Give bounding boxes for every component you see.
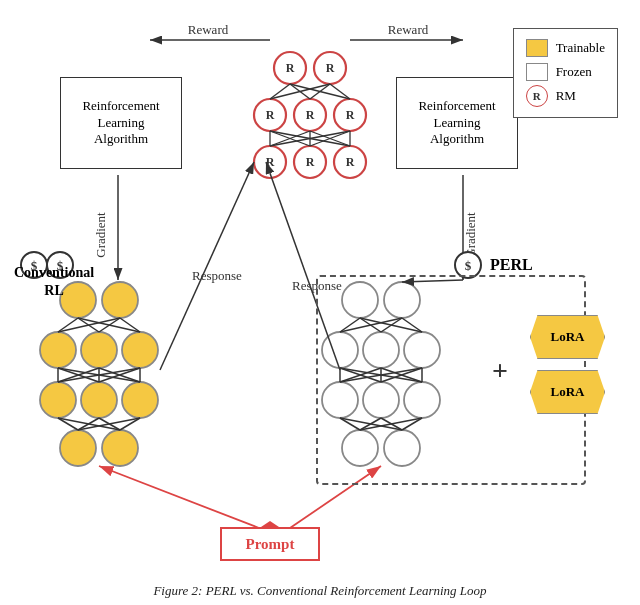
svg-point-35 [40, 332, 76, 368]
legend-trainable-label: Trainable [556, 37, 605, 59]
svg-text:R: R [306, 108, 315, 122]
svg-text:Reward: Reward [188, 22, 229, 37]
svg-point-41 [60, 430, 96, 466]
caption-text: Figure 2: PERL vs. Conventional Reinforc… [153, 583, 486, 598]
svg-text:R: R [306, 155, 315, 169]
legend-frozen: Frozen [526, 61, 605, 83]
legend-rm-icon: R [526, 85, 548, 107]
perl-text: PERL [490, 256, 533, 273]
left-rl-box: Reinforcement Learning Algorithm [60, 77, 182, 169]
right-rl-label: Reinforcement Learning Algorithm [418, 98, 495, 149]
legend-trainable-icon [526, 39, 548, 57]
legend-rm: R RM [526, 85, 605, 107]
legend-frozen-label: Frozen [556, 61, 592, 83]
svg-point-38 [40, 382, 76, 418]
conventional-rl-label: ConventionalRL [14, 264, 94, 300]
legend-rm-label: RM [556, 85, 576, 107]
prompt-text: Prompt [246, 536, 295, 553]
legend-frozen-icon [526, 63, 548, 81]
legend: Trainable Frozen R RM [513, 28, 618, 118]
svg-text:Gradient: Gradient [93, 212, 108, 258]
conv-rl-text: ConventionalRL [14, 265, 94, 298]
diagram-container: R R R R R R R R [0, 0, 640, 605]
lora1-text: LoRA [551, 329, 585, 345]
svg-point-34 [102, 282, 138, 318]
perl-label: PERL [490, 256, 533, 274]
left-rl-label: Reinforcement Learning Algorithm [82, 98, 159, 149]
svg-text:Response: Response [192, 268, 242, 283]
svg-text:R: R [346, 155, 355, 169]
svg-text:Reward: Reward [388, 22, 429, 37]
lora-box-1: LoRA [530, 315, 605, 359]
lora2-text: LoRA [551, 384, 585, 400]
svg-point-37 [122, 332, 158, 368]
svg-line-100 [160, 162, 254, 370]
figure-caption: Figure 2: PERL vs. Conventional Reinforc… [153, 583, 486, 599]
svg-text:R: R [326, 61, 335, 75]
right-rl-box: Reinforcement Learning Algorithm [396, 77, 518, 169]
svg-text:R: R [286, 61, 295, 75]
lora-box-2: LoRA [530, 370, 605, 414]
svg-text:R: R [266, 108, 275, 122]
svg-point-39 [81, 382, 117, 418]
svg-text:R: R [346, 108, 355, 122]
svg-line-102 [99, 466, 259, 528]
svg-point-42 [102, 430, 138, 466]
prompt-box: Prompt [220, 527, 320, 561]
svg-point-36 [81, 332, 117, 368]
svg-point-40 [122, 382, 158, 418]
legend-trainable: Trainable [526, 37, 605, 59]
svg-text:Gradient: Gradient [463, 212, 478, 258]
svg-text:$: $ [465, 258, 472, 273]
